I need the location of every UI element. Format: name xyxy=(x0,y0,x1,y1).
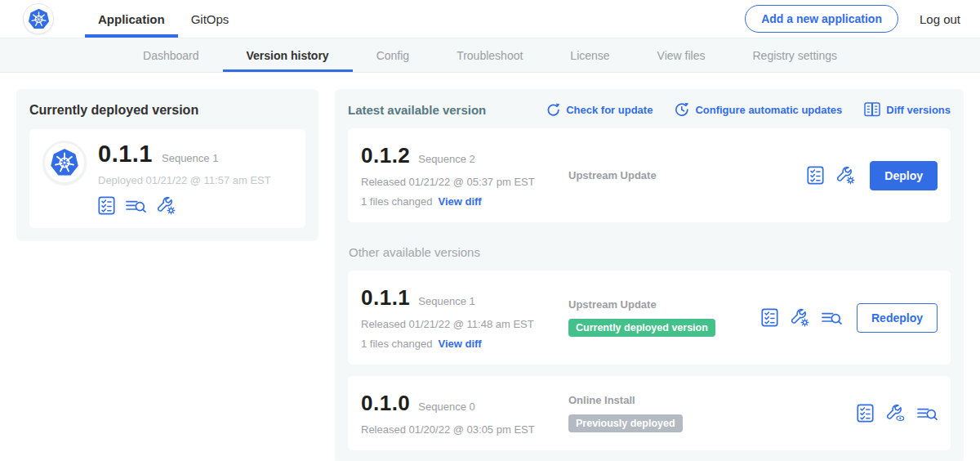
deploy-button[interactable]: Deploy xyxy=(870,161,938,190)
version-card-actions: Deploy xyxy=(807,161,938,190)
deployed-version-card: 0.1.1 Sequence 1 Deployed 01/21/22 @ 11:… xyxy=(29,129,305,228)
tab-application-label: Application xyxy=(98,12,165,26)
deployed-version-number: 0.1.1 xyxy=(98,141,153,168)
card-gap xyxy=(348,365,951,376)
redeploy-button[interactable]: Redeploy xyxy=(857,303,938,333)
sequence-label: Sequence 0 xyxy=(418,401,474,413)
tab-gitops-label: GitOps xyxy=(191,12,229,26)
view-diff-link[interactable]: View diff xyxy=(438,338,481,350)
deploy-logs-icon[interactable] xyxy=(126,199,146,213)
deploy-logs-icon[interactable] xyxy=(822,311,842,325)
latest-version-title: Latest available version xyxy=(348,103,486,117)
previously-deployed-badge: Previously deployed xyxy=(568,414,683,432)
configure-automatic-updates-label: Configure automatic updates xyxy=(695,104,842,116)
subnav-item-config[interactable]: Config xyxy=(353,38,433,72)
deployed-version-info: 0.1.1 Sequence 1 Deployed 01/21/22 @ 11:… xyxy=(98,141,271,215)
deploy-logs-icon[interactable] xyxy=(917,406,938,421)
released-timestamp: Released 01/20/22 @ 03:05 pm EST xyxy=(361,423,568,436)
diff-versions-label: Diff versions xyxy=(886,104,951,116)
deployed-sequence-label: Sequence 1 xyxy=(162,152,218,164)
sequence-label: Sequence 2 xyxy=(418,153,474,165)
top-header: Application GitOps Add a new application… xyxy=(0,0,980,38)
config-icon[interactable] xyxy=(836,166,855,185)
subnav-item-troubleshoot[interactable]: Troubleshoot xyxy=(433,38,546,72)
check-for-update-label: Check for update xyxy=(566,104,653,116)
kubernetes-logo-icon xyxy=(50,148,79,177)
subnav-item-view-files[interactable]: View files xyxy=(634,38,729,72)
version-card-0-1-0: 0.1.0 Sequence 0 Released 01/20/22 @ 03:… xyxy=(348,376,951,450)
preflight-checks-icon[interactable] xyxy=(761,308,778,327)
version-card-actions: Redeploy xyxy=(761,303,938,333)
deployed-timestamp: Deployed 01/21/22 @ 11:57 am EST xyxy=(98,174,271,186)
header-spacer xyxy=(242,0,745,38)
tab-gitops[interactable]: GitOps xyxy=(178,0,243,38)
currently-deployed-panel: Currently deployed version 0.1.1 Sequenc… xyxy=(16,89,318,241)
released-timestamp: Released 01/21/22 @ 11:48 am EST xyxy=(361,318,568,330)
sequence-label: Sequence 1 xyxy=(418,295,474,307)
configure-automatic-updates-link[interactable]: Configure automatic updates xyxy=(675,102,842,117)
subnav-item-registry-settings[interactable]: Registry settings xyxy=(729,38,861,72)
preflight-checks-icon[interactable] xyxy=(857,404,874,423)
schedule-update-icon xyxy=(675,102,689,117)
config-icon[interactable] xyxy=(157,196,176,215)
source-label: Online Install xyxy=(568,394,849,406)
currently-deployed-badge: Currently deployed version xyxy=(568,319,715,337)
preflight-checks-icon[interactable] xyxy=(98,196,115,215)
version-number: 0.1.2 xyxy=(361,143,410,168)
tab-application[interactable]: Application xyxy=(85,0,178,38)
kubernetes-logo-icon xyxy=(28,8,50,30)
check-for-update-link[interactable]: Check for update xyxy=(546,103,653,117)
config-icon[interactable] xyxy=(791,308,809,327)
diff-icon xyxy=(864,102,880,117)
released-timestamp: Released 01/21/22 @ 05:37 pm EST xyxy=(361,176,568,188)
subnav-item-license[interactable]: License xyxy=(546,38,633,72)
diff-versions-link[interactable]: Diff versions xyxy=(864,102,951,117)
app-subnav: Dashboard Version history Config Trouble… xyxy=(0,38,980,73)
source-label: Upstream Update xyxy=(568,169,799,181)
latest-version-header: Latest available version Check for updat… xyxy=(348,102,951,117)
version-number: 0.1.0 xyxy=(361,391,410,416)
version-card-0-1-1: 0.1.1 Sequence 1 Released 01/21/22 @ 11:… xyxy=(348,271,951,365)
files-changed-label: 1 files changed xyxy=(361,195,432,208)
version-info: 0.1.1 Sequence 1 Released 01/21/22 @ 11:… xyxy=(361,285,568,350)
version-source: Upstream Update Currently deployed versi… xyxy=(568,298,761,337)
config-view-icon[interactable] xyxy=(886,404,905,423)
subnav-item-version-history[interactable]: Version history xyxy=(223,38,353,72)
add-application-button[interactable]: Add a new application xyxy=(745,5,898,33)
version-number: 0.1.1 xyxy=(361,285,410,311)
app-logo xyxy=(23,3,54,34)
version-source: Online Install Previously deployed xyxy=(568,394,857,432)
currently-deployed-title: Currently deployed version xyxy=(29,103,305,118)
logout-button[interactable]: Log out xyxy=(920,12,960,26)
main-content: Currently deployed version 0.1.1 Sequenc… xyxy=(0,73,980,461)
version-source: Upstream Update xyxy=(568,169,807,181)
app-avatar xyxy=(42,141,87,185)
files-changed-label: 1 files changed xyxy=(361,338,432,350)
subnav-item-dashboard[interactable]: Dashboard xyxy=(119,38,223,72)
version-card-0-1-2: 0.1.2 Sequence 2 Released 01/21/22 @ 05:… xyxy=(348,128,951,222)
version-actions: Check for update Configure automatic upd… xyxy=(546,102,951,117)
version-info: 0.1.2 Sequence 2 Released 01/21/22 @ 05:… xyxy=(361,143,568,208)
version-card-actions xyxy=(857,404,938,423)
refresh-icon xyxy=(546,103,560,117)
source-label: Upstream Update xyxy=(568,298,753,311)
version-history-panel: Latest available version Check for updat… xyxy=(335,89,964,461)
other-versions-title: Other available versions xyxy=(349,245,950,259)
version-info: 0.1.0 Sequence 0 Released 01/20/22 @ 03:… xyxy=(361,391,568,436)
preflight-checks-icon[interactable] xyxy=(807,166,824,185)
view-diff-link[interactable]: View diff xyxy=(438,195,481,208)
